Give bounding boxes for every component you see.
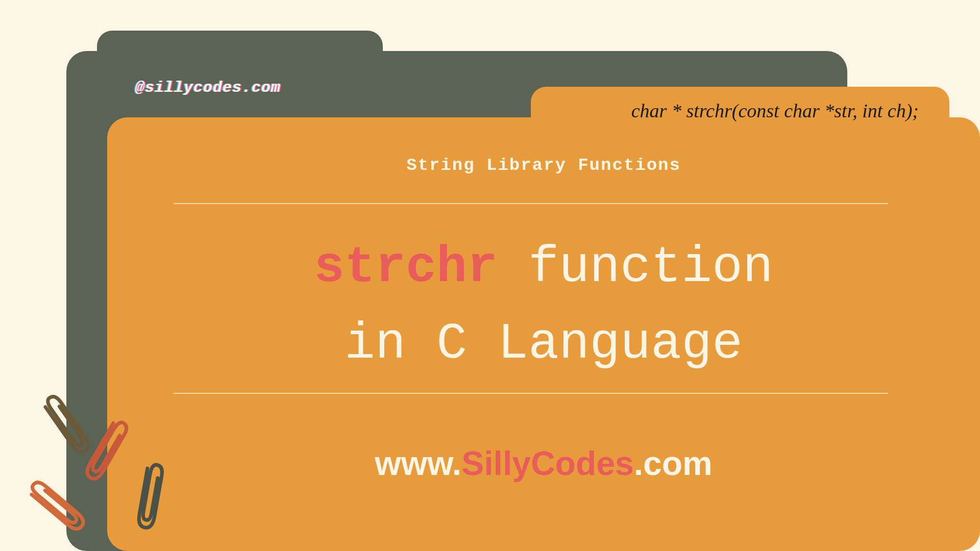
url-suffix: .com (634, 444, 713, 482)
url-prefix: www. (375, 444, 461, 482)
url-domain: SillyCodes (461, 444, 633, 482)
title-line1-rest: function (498, 239, 773, 296)
subtitle: String Library Functions (406, 156, 681, 175)
function-signature: char * strchr(const char *str, int ch); (631, 99, 919, 122)
paperclip-group (36, 367, 240, 551)
paperclip-icon (129, 452, 173, 538)
main-title: strchr function in C Language (107, 230, 980, 383)
handle-text: @sillycodes.com (135, 79, 281, 96)
title-line2: in C Language (345, 315, 743, 373)
folder-back-tab (97, 31, 383, 61)
title-accent: strchr (314, 239, 498, 296)
divider-top (174, 203, 888, 204)
divider-bottom (174, 393, 888, 394)
